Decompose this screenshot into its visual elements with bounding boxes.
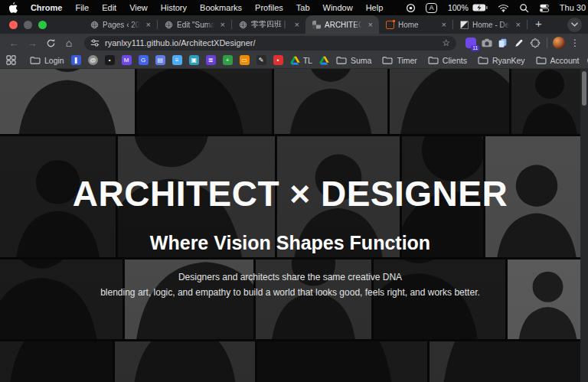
back-button[interactable]: ←: [6, 35, 21, 51]
bookmark-star-icon[interactable]: ☆: [442, 38, 450, 48]
bookmark-violet-list[interactable]: ≣: [206, 55, 216, 65]
bookmark-indigo-g[interactable]: G: [139, 55, 149, 65]
folder-icon: [336, 56, 347, 64]
menu-item-bookmarks[interactable]: Bookmarks: [200, 3, 242, 12]
tab-active[interactable]: ARCHITECT × DES×: [305, 15, 379, 34]
extensions-puzzle-button[interactable]: [528, 37, 541, 50]
close-window-button[interactable]: [9, 21, 18, 29]
red-doc-favicon: [386, 21, 394, 29]
tab-5[interactable]: Home×: [379, 15, 452, 34]
hero-subtitle: Where Vision Shapes Function: [0, 232, 580, 254]
web-page-content: ARCHITECT × DESIGNER Where Vision Shapes…: [0, 69, 588, 382]
globe-icon: [239, 21, 247, 29]
bookmark-folder-suma[interactable]: Suma: [336, 56, 371, 65]
extension-badge: 11: [471, 45, 479, 51]
minimize-window-button[interactable]: [24, 21, 32, 29]
menu-item-file[interactable]: File: [75, 3, 89, 12]
bookmark-drive-tl[interactable]: TL: [290, 56, 312, 65]
bookmark-folder-ryankey[interactable]: RyanKey: [478, 56, 525, 65]
folder-icon: [30, 56, 41, 64]
tab-title: Home - Designer &: [472, 21, 511, 29]
bookmark-green-cross[interactable]: +: [223, 55, 233, 65]
bookmark-dark-pencil[interactable]: ✎: [256, 55, 266, 65]
tab-title: Pages ‹ 2025 Freel: [103, 21, 141, 29]
tab-close-button[interactable]: ×: [514, 20, 522, 29]
extension-camera-button[interactable]: [480, 37, 493, 50]
bookmark-blue-lines[interactable]: ≡: [172, 55, 182, 65]
tab-2[interactable]: Edit "Suma 004" w×: [158, 15, 231, 34]
scrollbar-thumb[interactable]: [582, 71, 586, 106]
folder-icon: [478, 56, 488, 64]
bookmark-gray-disc[interactable]: @: [88, 55, 98, 65]
favicon-bookmarks: ❚@•MG▤≡▣≣+▭✎▪: [71, 55, 283, 65]
bookmarks-bar: Login ❚@•MG▤≡▣≣+▭✎▪ TL SumaTimerClientsR…: [0, 52, 588, 69]
tab-6[interactable]: Home - Designer &×: [453, 15, 527, 34]
tab-close-button[interactable]: ×: [219, 20, 227, 29]
menu-item-edit[interactable]: Edit: [102, 3, 116, 12]
browser-menu-button[interactable]: ⋮: [568, 38, 582, 48]
bookmark-folder-label: Clients: [443, 56, 467, 65]
menu-item-history[interactable]: History: [161, 3, 187, 12]
browser-toolbar: ← → ⌂ ryanlxy111.github.io/ArchitectXDes…: [0, 34, 588, 52]
bookmark-red-app[interactable]: ▪: [273, 55, 283, 65]
screen-record-icon[interactable]: [406, 2, 416, 13]
spotlight-search-icon[interactable]: [519, 2, 529, 13]
bookmark-folders: SumaTimerClientsRyanKeyAccount: [336, 56, 580, 65]
tab-close-button[interactable]: ×: [293, 20, 301, 29]
collage-favicon: [312, 21, 321, 29]
tab-close-button[interactable]: ×: [145, 20, 152, 29]
bookmark-folder-login[interactable]: Login: [30, 56, 64, 65]
url-text[interactable]: ryanlxy111.github.io/ArchitectXDesigner/: [105, 38, 436, 47]
bookmark-folder-clients[interactable]: Clients: [428, 56, 467, 65]
address-bar[interactable]: ryanlxy111.github.io/ArchitectXDesigner/…: [84, 36, 456, 51]
macos-menu-bar: Chrome FileEditViewHistoryBookmarksProfi…: [0, 0, 588, 15]
site-settings-icon[interactable]: [90, 38, 100, 47]
extension-purple-button[interactable]: 11: [464, 37, 477, 50]
bookmark-purple-m[interactable]: M: [122, 55, 132, 65]
battery-icon[interactable]: [472, 2, 488, 13]
tab-strip-tabs: Pages ‹ 2025 Freel×Edit "Suma 004" w×零零四…: [83, 15, 528, 34]
menu-bar-clock[interactable]: Thu 30 Oct 8:15 AM: [560, 3, 588, 12]
chevron-down-icon: [571, 22, 578, 27]
hero-title: ARCHITECT × DESIGNER: [0, 175, 580, 214]
bookmark-amber-tray[interactable]: ▭: [240, 55, 250, 65]
control-center-icon[interactable]: [539, 2, 550, 13]
apps-grid-icon[interactable]: [6, 55, 16, 65]
bookmark-slate-doc[interactable]: ▤: [155, 55, 165, 65]
bookmark-folder-label: Timer: [397, 56, 416, 65]
bookmark-drive[interactable]: [319, 56, 329, 65]
input-source-icon[interactable]: A: [426, 2, 437, 13]
tab-close-button[interactable]: ×: [440, 20, 448, 29]
tab-close-button[interactable]: ×: [367, 20, 374, 29]
reload-button[interactable]: [43, 35, 58, 51]
tab-search-button[interactable]: [567, 18, 582, 32]
menu-chrome[interactable]: Chrome: [31, 3, 63, 12]
extension-pencil-button[interactable]: [512, 37, 525, 50]
forward-button[interactable]: →: [24, 35, 40, 51]
zoom-window-button[interactable]: [38, 21, 47, 29]
tab-3[interactable]: 零零四班 | 学生简介×: [232, 15, 305, 34]
folder-icon: [536, 56, 547, 64]
globe-icon: [165, 21, 173, 29]
menu-item-profiles[interactable]: Profiles: [255, 3, 283, 12]
home-button[interactable]: ⌂: [61, 35, 77, 51]
apple-menu-icon[interactable]: [9, 2, 18, 13]
page-scrollbar[interactable]: [580, 69, 588, 382]
extension-pages-button[interactable]: [496, 37, 509, 50]
menu-item-help[interactable]: Help: [366, 3, 384, 12]
menu-item-window[interactable]: Window: [323, 3, 353, 12]
menu-item-view[interactable]: View: [129, 3, 148, 12]
bookmark-black-app[interactable]: •: [105, 55, 115, 65]
hero-tagline-line2: blending art, logic, and empathy to buil…: [100, 287, 480, 298]
profile-avatar[interactable]: [553, 37, 565, 49]
bookmark-blue-app[interactable]: ❚: [71, 55, 81, 65]
folder-icon: [428, 56, 439, 64]
bookmark-teal-box[interactable]: ▣: [189, 55, 199, 65]
wifi-icon[interactable]: [498, 2, 509, 13]
tab-1[interactable]: Pages ‹ 2025 Freel×: [83, 15, 157, 34]
new-tab-button[interactable]: +: [528, 17, 550, 32]
folder-icon: [382, 56, 393, 64]
bookmark-folder-timer[interactable]: Timer: [382, 56, 416, 65]
bookmark-folder-account[interactable]: Account: [536, 56, 580, 65]
menu-item-tab[interactable]: Tab: [296, 3, 310, 12]
